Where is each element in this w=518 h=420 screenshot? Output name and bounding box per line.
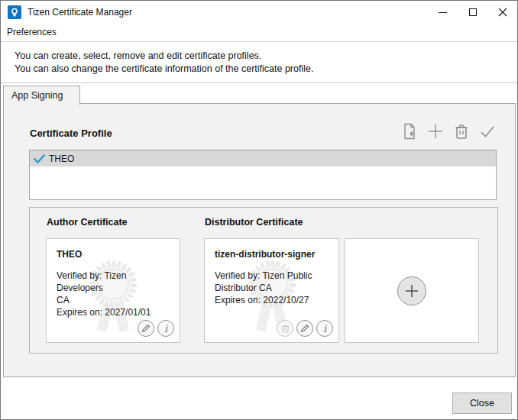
remove-profile-button[interactable] xyxy=(452,122,471,141)
app-signing-panel: Certificate Profile xyxy=(3,103,516,377)
active-profile-check-icon xyxy=(33,153,46,164)
author-cert-verified-line2: CA xyxy=(57,294,170,306)
add-distributor-certificate-button[interactable] xyxy=(397,276,426,305)
minimize-button[interactable] xyxy=(428,1,458,24)
set-active-profile-button[interactable] xyxy=(478,122,497,141)
menu-preferences[interactable]: Preferences xyxy=(1,24,61,40)
tab-app-signing[interactable]: App Signing xyxy=(3,86,80,105)
distributor-cert-info-button[interactable]: i xyxy=(316,320,333,337)
distributor-certificate-card: tizen-distributor-signer Verified by: Ti… xyxy=(204,238,339,343)
certificate-profile-title: Certificate Profile xyxy=(30,128,112,139)
add-profile-button[interactable] xyxy=(426,122,445,141)
author-certificate-label: Author Certificate xyxy=(47,217,128,228)
author-cert-edit-button[interactable] xyxy=(138,320,154,337)
close-icon xyxy=(498,8,507,17)
distributor-cert-name: tizen-distributor-signer xyxy=(215,249,329,260)
add-profile-icon xyxy=(427,123,444,140)
distributor-cert-expires: Expires on: 2022/10/27 xyxy=(215,294,329,306)
profile-row-theo[interactable]: THEO xyxy=(30,150,496,166)
distributor-cert-actions: i xyxy=(277,320,333,337)
close-window-button[interactable] xyxy=(487,1,517,24)
edit-pencil-icon xyxy=(141,324,151,333)
maximize-icon xyxy=(469,8,477,16)
distributor-cert-remove-button[interactable] xyxy=(277,320,293,337)
description-line-2: You can also change the certificate info… xyxy=(15,63,510,76)
plus-icon xyxy=(405,284,419,298)
author-cert-name: THEO xyxy=(57,249,170,260)
footer-bar: Close xyxy=(1,378,517,419)
titlebar: Tizen Certificate Manager xyxy=(1,1,517,24)
info-icon: i xyxy=(164,324,167,334)
edit-pencil-icon xyxy=(300,324,309,333)
menubar: Preferences xyxy=(1,24,517,42)
window-title: Tizen Certificate Manager xyxy=(28,7,132,18)
distributor-cert-edit-button[interactable] xyxy=(296,320,313,337)
description-line-1: You can create, select, remove and edit … xyxy=(15,50,510,63)
distributor-cert-verified-line2: Distributor CA xyxy=(215,282,329,294)
author-cert-verified-line1: Verified by: Tizen Developers xyxy=(57,270,170,294)
tizen-certificate-manager-window: Tizen Certificate Manager Preferences Yo… xyxy=(0,0,518,420)
tab-label: App Signing xyxy=(11,90,63,101)
author-certificate-card: THEO Verified by: Tizen Developers CA Ex… xyxy=(46,238,180,343)
tab-strip: App Signing xyxy=(1,83,517,104)
info-icon: i xyxy=(323,324,326,334)
profile-name: THEO xyxy=(49,153,74,164)
description-panel: You can create, select, remove and edit … xyxy=(1,43,517,83)
remove-profile-icon xyxy=(454,123,469,140)
author-cert-actions: i xyxy=(138,320,174,337)
distributor-certificate-label: Distributor Certificate xyxy=(205,217,303,228)
distributor-cert-verified-line1: Verified by: Tizen Public xyxy=(215,270,329,282)
close-button[interactable]: Close xyxy=(452,393,512,414)
app-certificate-badge-icon xyxy=(8,5,21,19)
new-profile-button[interactable] xyxy=(400,122,419,141)
maximize-button[interactable] xyxy=(458,1,487,24)
author-cert-info-button[interactable]: i xyxy=(157,320,174,337)
set-active-profile-icon xyxy=(479,123,496,140)
certificate-profile-list[interactable]: THEO xyxy=(29,150,497,200)
new-profile-icon xyxy=(401,122,418,141)
minimize-icon xyxy=(439,12,447,13)
add-distributor-certificate-card xyxy=(345,238,479,343)
trash-icon xyxy=(281,324,290,333)
window-controls xyxy=(428,1,517,24)
author-cert-expires: Expires on: 2027/01/01 xyxy=(57,306,170,318)
certificates-group: Author Certificate Distributor Certifica… xyxy=(29,207,498,354)
profile-toolbar xyxy=(400,122,497,141)
